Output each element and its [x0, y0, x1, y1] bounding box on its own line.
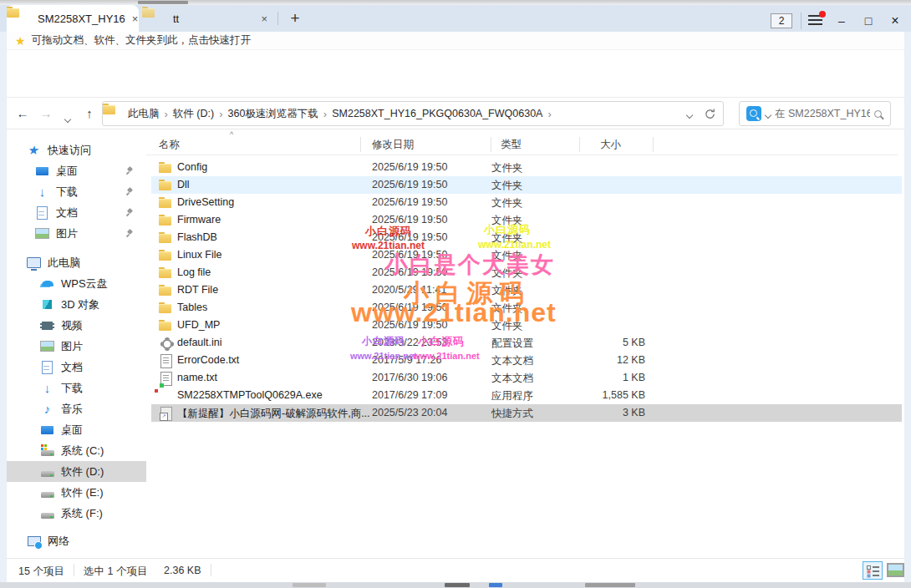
drive-icon — [40, 506, 54, 520]
sidebar-item-label: 下载 — [56, 185, 78, 200]
sidebar-item-文档[interactable]: 文档 — [7, 357, 146, 378]
column-header-name[interactable]: 名称 — [159, 138, 180, 152]
tab-close-icon[interactable]: × — [261, 13, 267, 25]
search-icon[interactable] — [874, 110, 882, 118]
breadcrumb-item[interactable]: 软件 (D:) — [173, 107, 214, 121]
forward-button[interactable]: → — [37, 104, 55, 123]
file-name: UFD_MP — [177, 319, 220, 331]
sidebar-item-软件 (E:)[interactable]: 软件 (E:) — [7, 482, 146, 503]
sidebar-item-桌面[interactable]: 桌面 — [7, 419, 146, 440]
pin-icon[interactable] — [126, 187, 135, 195]
background-window-tab-remnant — [138, 1, 188, 4]
file-type: 应用程序 — [491, 389, 533, 403]
sidebar-item-桌面[interactable]: 桌面 — [7, 160, 146, 181]
row-highlight — [151, 194, 902, 211]
column-header-date[interactable]: 修改日期 — [372, 138, 414, 152]
file-list-pane: ^ 名称 修改日期 类型 大小 Config2025/6/19 19:50文件夹… — [146, 129, 904, 558]
file-row[interactable]: Config2025/6/19 19:50文件夹 — [146, 159, 904, 176]
sidebar-item-图片[interactable]: 图片 — [7, 336, 146, 357]
file-row[interactable]: SM2258XTMPToolQ0629A.exe2017/6/29 17:09应… — [146, 387, 904, 404]
breadcrumb-item[interactable]: 360极速浏览器下载 — [228, 107, 318, 121]
file-name: Tables — [177, 302, 207, 313]
search-dropdown-icon[interactable] — [766, 106, 771, 121]
status-bar: 15 个项目 选中 1 个项目 2.36 KB — [0, 558, 911, 582]
sidebar-item-系统 (F:)[interactable]: 系统 (F:) — [7, 503, 146, 524]
sidebar-item-下载[interactable]: ↓下载 — [7, 181, 146, 202]
sidebar-item-网络[interactable]: 网络 — [7, 530, 146, 551]
refresh-address-icon[interactable] — [704, 108, 716, 120]
sidebar-item-3D 对象[interactable]: 3D 对象 — [7, 294, 146, 315]
drive-icon — [40, 464, 54, 479]
thumbnail-view-button[interactable] — [887, 563, 904, 577]
search-input[interactable]: 在 SM2258XT_HY16_... — [739, 101, 891, 126]
tab-close-icon[interactable]: × — [132, 13, 139, 25]
tab-sm2258xt-hy16[interactable]: SM2258XT_HY16 × — [7, 5, 139, 32]
sidebar-item-快速访问[interactable]: ★快速访问 — [7, 139, 146, 160]
background-window-bottom — [0, 582, 911, 588]
pin-icon[interactable] — [126, 166, 135, 175]
sidebar-item-图片[interactable]: 图片 — [7, 223, 146, 244]
sidebar-item-软件 (D:)[interactable]: 软件 (D:) — [7, 461, 146, 482]
main-menu-icon[interactable] — [808, 15, 822, 26]
document-icon — [35, 205, 49, 220]
file-row[interactable]: DriveSetting2025/6/19 19:50文件夹 — [146, 194, 904, 211]
file-row[interactable]: default.ini2023/3/22 23:53配置设置5 KB — [146, 334, 904, 352]
file-date: 2025/6/19 19:50 — [372, 214, 447, 226]
background-remnant — [585, 583, 635, 587]
file-row[interactable]: RDT File2020/5/29 11:41文件夹 — [146, 281, 904, 299]
file-type: 快捷方式 — [491, 407, 533, 421]
search-engine-icon[interactable] — [746, 106, 761, 121]
new-tab-button[interactable]: + — [285, 8, 305, 28]
file-date: 2025/6/19 19:50 — [372, 266, 447, 278]
file-date: 2025/6/19 19:50 — [372, 231, 447, 243]
tab-title: SM2258XT_HY16 — [38, 13, 125, 25]
sidebar-item-视频[interactable]: 视频 — [7, 315, 146, 336]
breadcrumb-separator-icon[interactable]: › — [547, 108, 552, 120]
breadcrumb-item[interactable]: 此电脑 — [128, 107, 160, 121]
minimize-button[interactable]: – — [829, 10, 854, 32]
quick-launch-bar[interactable]: ★ 可拖动文档、软件、文件夹到此，点击快速打开 — [0, 32, 911, 50]
file-row[interactable]: name.txt2017/6/30 19:06文本文档1 KB — [146, 369, 904, 387]
history-dropdown-icon[interactable] — [59, 109, 77, 127]
download-icon: ↓ — [35, 185, 49, 199]
file-name: SM2258XTMPToolQ0629A.exe — [177, 389, 323, 401]
column-header-size[interactable]: 大小 — [600, 138, 621, 152]
details-view-button[interactable] — [863, 561, 883, 580]
sidebar-item-label: 音乐 — [61, 402, 83, 417]
sidebar-item-此电脑[interactable]: 此电脑 — [7, 252, 146, 273]
sidebar-item-WPS云盘[interactable]: WPS云盘 — [7, 273, 146, 294]
file-row[interactable]: Firmware2025/6/19 19:50文件夹 — [146, 211, 904, 229]
sidebar-item-下载[interactable]: ↓下载 — [7, 378, 146, 398]
file-name: DriveSetting — [177, 196, 234, 208]
file-row[interactable]: UFD_MP2025/6/19 19:50文件夹 — [146, 317, 904, 334]
pin-icon[interactable] — [126, 208, 135, 216]
window-frame — [0, 32, 7, 582]
file-row[interactable]: Log file2025/6/19 19:50文件夹 — [146, 264, 904, 281]
pin-icon[interactable] — [126, 229, 135, 237]
back-button[interactable]: ← — [13, 104, 32, 123]
breadcrumb-separator-icon[interactable]: › — [218, 108, 223, 120]
maximize-button[interactable]: □ — [856, 10, 881, 32]
file-row[interactable]: FlashDB2025/6/19 19:50文件夹 — [146, 229, 904, 246]
column-header-type[interactable]: 类型 — [501, 138, 522, 152]
up-button[interactable]: ↑ — [80, 104, 99, 123]
file-row[interactable]: ErrorCode.txt2017/5/9 17:26文本文档12 KB — [146, 352, 904, 369]
file-row[interactable]: Linux File2025/6/19 19:50文件夹 — [146, 246, 904, 264]
file-row[interactable]: Tables2025/6/19 19:50文件夹 — [146, 299, 904, 317]
file-name: Log file — [177, 266, 211, 278]
tab-tt[interactable]: tt × — [142, 5, 276, 32]
breadcrumb-separator-icon[interactable]: › — [323, 108, 328, 120]
breadcrumb-item[interactable]: SM2258XT_HY16_PKGQ0630A_FWQ0630A — [332, 108, 542, 119]
sidebar-item-label: 软件 (D:) — [61, 464, 104, 479]
address-bar[interactable]: 此电脑›软件 (D:)›360极速浏览器下载›SM2258XT_HY16_PKG… — [102, 101, 724, 126]
close-button[interactable]: × — [883, 10, 908, 32]
window-frame — [904, 32, 911, 582]
breadcrumb-separator-icon[interactable]: › — [164, 108, 169, 120]
file-row[interactable]: Dll2025/6/19 19:50文件夹 — [146, 176, 904, 194]
sidebar-item-文档[interactable]: 文档 — [7, 202, 146, 223]
address-dropdown-icon[interactable] — [687, 106, 692, 121]
sidebar-item-音乐[interactable]: ♪音乐 — [7, 398, 146, 419]
tab-count-badge[interactable]: 2 — [771, 13, 792, 28]
sidebar-item-系统 (C:)[interactable]: 系统 (C:) — [7, 440, 146, 461]
file-row[interactable]: 【新提醒】小白源码网-破解源码软件,商...2025/5/23 20:04快捷方… — [146, 404, 904, 422]
